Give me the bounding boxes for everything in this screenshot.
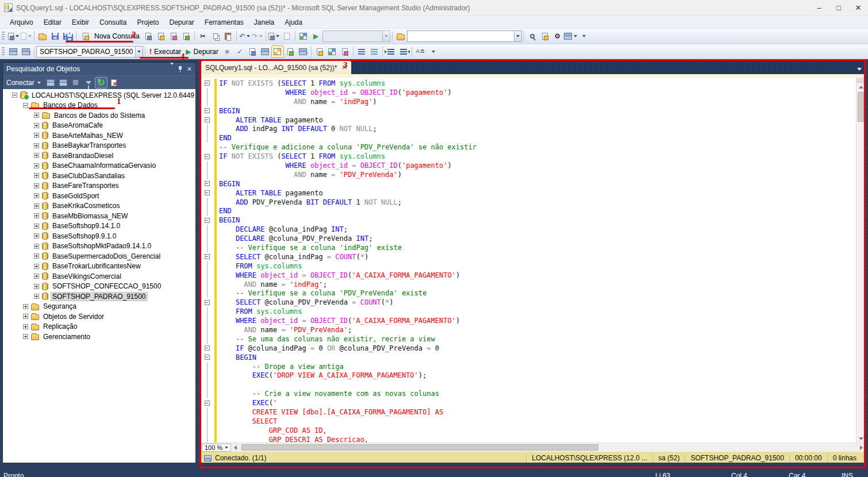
toolbar-grip[interactable] — [2, 47, 5, 56]
database-combobox[interactable]: SOFTSHOP_PADRAO_91500 — [36, 46, 143, 57]
expand-icon[interactable]: + — [34, 143, 39, 148]
fold-margin[interactable] — [201, 88, 213, 97]
tree-row[interactable]: +BaseChaamaInformaticaGervasio — [3, 161, 195, 171]
tree-item-label[interactable]: SOFTSHOP_PADRAO_91500 — [51, 293, 147, 301]
connect-server-icon[interactable]: + — [44, 77, 57, 89]
tree-row[interactable]: +Replicação — [3, 322, 195, 332]
expand-icon[interactable]: + — [34, 253, 39, 259]
tree-row[interactable]: +Segurança — [3, 302, 195, 312]
fold-collapse-icon[interactable]: − — [205, 80, 210, 86]
navigate-dropdown-button[interactable] — [268, 30, 281, 43]
filter-icon[interactable] — [82, 77, 95, 89]
save-all-button[interactable] — [62, 30, 74, 43]
open-file-button[interactable] — [36, 30, 49, 43]
tree-row[interactable]: +SOFTSHOP_CONFECCAO_91500 — [3, 282, 195, 292]
fold-margin[interactable] — [201, 206, 213, 216]
code-line[interactable]: WHERE object_id = OBJECT_ID('pagamento') — [201, 88, 856, 97]
close-panel-icon[interactable]: ✕ — [187, 66, 192, 72]
fold-margin[interactable]: − — [201, 189, 213, 198]
fold-collapse-icon[interactable]: − — [205, 355, 210, 360]
fold-margin[interactable]: − — [201, 353, 213, 362]
scroll-up-button[interactable] — [857, 83, 865, 91]
expand-icon[interactable]: + — [34, 233, 39, 238]
code-line[interactable]: END — [201, 206, 856, 216]
code-line[interactable]: −BEGIN — [201, 216, 856, 225]
code-line[interactable]: GRP_DESCRI AS Descricao, — [201, 435, 856, 443]
fold-collapse-icon[interactable]: − — [205, 181, 210, 186]
pin-icon[interactable] — [178, 66, 182, 72]
code-line[interactable]: ADD indPag INT DEFAULT 0 NOT NULL; — [201, 124, 856, 133]
menu-ferramentas[interactable]: Ferramentas — [199, 16, 249, 29]
fold-margin[interactable] — [201, 280, 213, 289]
tree-item-label[interactable]: BaseBaykarTransportes — [51, 141, 127, 149]
script-icon[interactable]: ✕ — [107, 77, 120, 89]
tree-item-label[interactable]: BaseMbBiomassa_NEW — [51, 212, 129, 220]
new-item-dropdown-button[interactable] — [7, 30, 20, 43]
tab-list-dropdown-icon[interactable] — [857, 68, 862, 71]
copy-icon[interactable] — [209, 30, 222, 43]
tree-item-label[interactable]: Gerenciamento — [42, 333, 91, 341]
tree-row[interactable]: −LOCALHOST\SQLEXPRESS (SQL Server 12.0.6… — [3, 90, 195, 101]
fold-margin[interactable] — [201, 334, 213, 344]
fold-margin[interactable] — [201, 435, 213, 443]
disconnect-server-icon[interactable]: ✕ — [57, 77, 70, 89]
expand-icon[interactable]: + — [34, 183, 39, 189]
fold-margin[interactable]: − — [201, 152, 213, 161]
expand-icon[interactable]: + — [34, 224, 39, 229]
menu-exibir[interactable]: Exibir — [67, 16, 94, 29]
fold-margin[interactable] — [201, 133, 213, 143]
fold-margin[interactable]: − — [201, 106, 213, 116]
fold-margin[interactable] — [201, 316, 213, 325]
code-line[interactable]: AND name = 'PDV_PreVenda') — [201, 170, 856, 179]
activity-monitor-icon[interactable] — [297, 30, 310, 43]
tree-row[interactable]: +BaseClubDasSandalias — [3, 171, 195, 181]
fold-margin[interactable]: − — [201, 298, 213, 307]
expand-icon[interactable]: + — [34, 133, 39, 138]
code-line[interactable]: ADD PDV_PreVenda BIT DEFAULT 1 NOT NULL; — [201, 198, 856, 207]
code-line[interactable]: AND name = 'PDV_PreVenda'; — [201, 325, 856, 334]
expand-icon[interactable]: + — [34, 123, 39, 128]
code-line[interactable]: −BEGIN — [201, 106, 856, 116]
start-play-icon[interactable]: ▶ — [310, 30, 322, 43]
tree-item-label[interactable]: BaseArteMalhas_NEW — [51, 132, 124, 140]
fold-margin[interactable] — [201, 380, 213, 389]
mdx-query-icon[interactable] — [155, 30, 167, 43]
menu-ajuda[interactable]: Ajuda — [279, 16, 308, 29]
tree-row[interactable]: −Bancos de Dados — [3, 101, 195, 111]
dmx-query-icon[interactable] — [167, 30, 180, 43]
expand-icon[interactable]: + — [34, 193, 39, 198]
fold-margin[interactable] — [201, 307, 213, 316]
expand-icon[interactable]: + — [23, 304, 28, 309]
increase-indent-icon[interactable] — [397, 45, 410, 58]
fold-margin[interactable] — [201, 288, 213, 298]
fold-margin[interactable]: − — [201, 116, 213, 125]
tree-item-label[interactable]: BaseBrandaoDiesel — [51, 152, 114, 160]
tab-close-icon[interactable]: ✕ — [341, 64, 347, 71]
tree-item-label[interactable]: SOFTSHOP_CONFECCAO_91500 — [51, 282, 162, 290]
horizontal-scrollbar[interactable] — [240, 443, 856, 452]
tree-item-label[interactable]: Bancos de Dados — [42, 101, 99, 109]
xmla-query-icon[interactable] — [180, 30, 193, 43]
code-line[interactable]: FROM sys.columns — [201, 307, 856, 316]
code-line[interactable]: − SELECT @coluna_PDV_PreVenda = COUNT(*) — [201, 298, 856, 307]
save-button[interactable] — [49, 30, 62, 43]
tree-item-label[interactable]: BaseTrokarLubrificantesNew — [51, 262, 142, 270]
tree-item-label[interactable]: LOCALHOST\SQLEXPRESS (SQL Server 12.0.64… — [30, 91, 195, 99]
tree-row[interactable]: +BaseSupermercadoDois_Gerencial — [3, 251, 195, 261]
code-line[interactable]: -- Se uma das colunas não existir, recri… — [201, 334, 856, 344]
tools-icon[interactable]: ⚙ — [551, 30, 564, 43]
tree-row[interactable]: +BaseVikingsComercial — [3, 271, 195, 282]
tree-row[interactable]: +BaseSoftshopMktPadao9.14.1.0 — [3, 241, 195, 252]
uncomment-lines-icon[interactable] — [368, 45, 381, 58]
debug-button[interactable]: ▶ Depurar — [183, 45, 221, 58]
add-item-dropdown-button[interactable] — [20, 30, 32, 43]
connect-query-icon[interactable] — [7, 45, 20, 58]
fold-margin[interactable] — [201, 261, 213, 271]
code-line[interactable]: −IF NOT EXISTS (SELECT 1 FROM sys.column… — [201, 79, 856, 88]
fold-margin[interactable]: − — [201, 79, 213, 88]
code-editor[interactable]: −IF NOT EXISTS (SELECT 1 FROM sys.column… — [201, 78, 865, 443]
tree-row[interactable]: +BaseArteMalhas_NEW — [3, 130, 195, 141]
fold-margin[interactable] — [201, 198, 213, 207]
collapse-icon[interactable]: − — [23, 103, 28, 108]
fold-margin[interactable]: − — [201, 252, 213, 261]
